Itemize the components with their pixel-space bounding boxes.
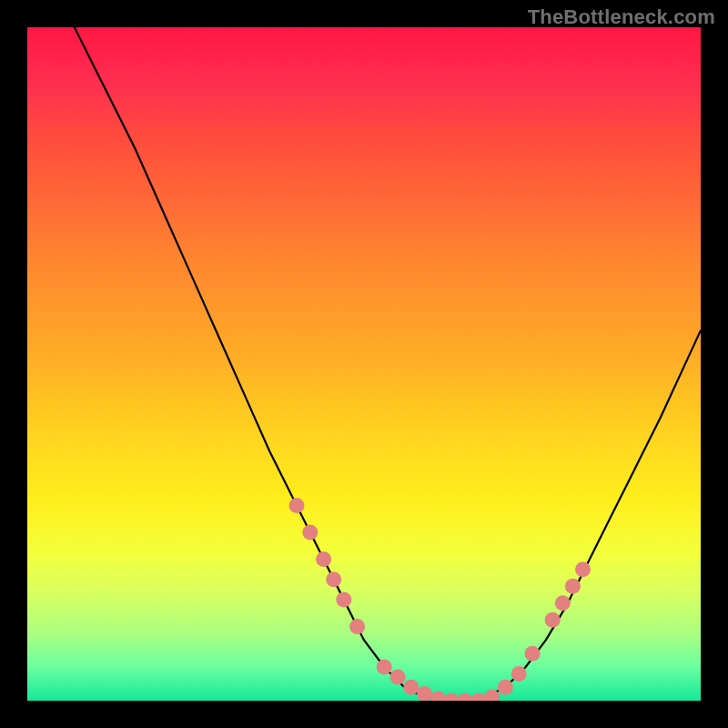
marker-dot bbox=[444, 693, 460, 702]
marker-dot bbox=[498, 680, 513, 695]
marker-dot bbox=[525, 646, 541, 662]
marker-dot bbox=[545, 612, 561, 628]
marker-dot bbox=[458, 693, 473, 702]
marker-dot bbox=[403, 680, 419, 695]
marker-dot bbox=[289, 498, 305, 513]
plot-area bbox=[27, 27, 701, 701]
marker-dot bbox=[377, 660, 392, 675]
marker-dot bbox=[336, 592, 351, 608]
marker-dot bbox=[511, 666, 527, 682]
bottleneck-curve bbox=[75, 27, 701, 701]
watermark-text: TheBottleneck.com bbox=[528, 5, 715, 29]
marker-dot bbox=[430, 691, 446, 701]
marker-dot bbox=[565, 579, 581, 594]
marker-dot bbox=[302, 525, 318, 541]
curve-svg bbox=[27, 27, 701, 701]
marker-dot bbox=[316, 551, 331, 567]
marker-dot bbox=[575, 561, 591, 577]
marker-dot bbox=[390, 670, 406, 685]
marker-dot bbox=[417, 686, 432, 701]
data-markers bbox=[289, 498, 592, 701]
marker-dot bbox=[555, 595, 571, 611]
marker-dot bbox=[349, 619, 365, 634]
marker-dot bbox=[326, 571, 341, 587]
chart-frame: TheBottleneck.com bbox=[0, 0, 728, 728]
marker-dot bbox=[470, 693, 486, 702]
